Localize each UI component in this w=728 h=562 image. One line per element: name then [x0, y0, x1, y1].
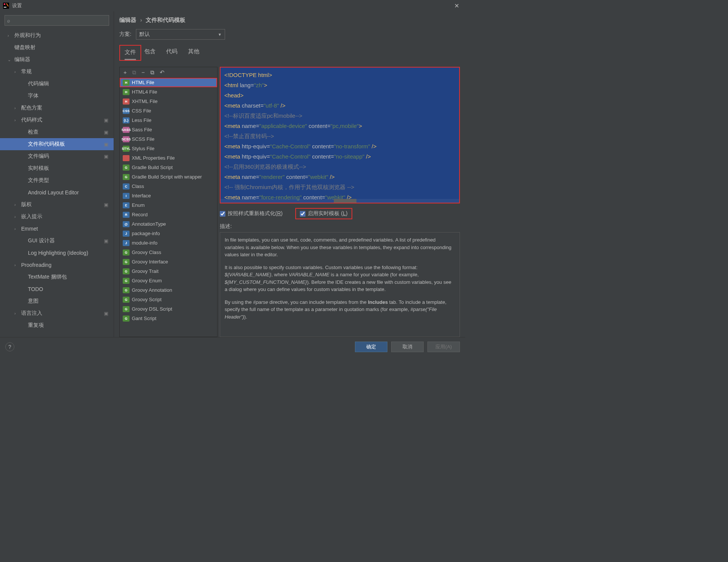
template-file-item[interactable]: Jpackage-info [120, 229, 217, 238]
settings-sidebar: ⌕ ›外观和行为键盘映射⌄编辑器›常规代码编辑字体›配色方案›代码样式▣检查▣文… [0, 11, 114, 337]
sidebar-item[interactable]: ›外观和行为 [0, 29, 114, 42]
window-title: 设置 [12, 2, 451, 9]
sidebar-item[interactable]: ›语言注入▣ [0, 307, 114, 319]
template-file-item[interactable]: GGroovy Script [120, 295, 217, 304]
sidebar-item[interactable]: ›版权▣ [0, 199, 114, 211]
copy-button[interactable]: ⧉ [150, 69, 154, 76]
close-icon[interactable]: ✕ [451, 2, 462, 9]
template-file-item[interactable]: HHTML File [120, 78, 217, 87]
sidebar-item[interactable]: ›常规 [0, 66, 114, 78]
tab-other[interactable]: 其他 [188, 48, 199, 58]
template-file-item[interactable]: EEnum [120, 200, 217, 210]
sidebar-item[interactable]: Log Highlighting (Ideolog) [0, 247, 114, 259]
template-file-item[interactable]: GGroovy DSL Script [120, 304, 217, 314]
template-list-pane: + ⧉ − ⧉ ↶ HHTML FileHHTML4 FileHXHTML Fi… [119, 67, 217, 337]
template-file-item[interactable]: GGroovy Trait [120, 266, 217, 276]
template-toolbar: + ⧉ − ⧉ ↶ [120, 67, 217, 78]
titlebar: 设置 ✕ [0, 0, 465, 11]
template-file-item[interactable]: SASSSass File [120, 125, 217, 134]
sidebar-item[interactable]: 键盘映射 [0, 42, 114, 54]
template-file-item[interactable]: HHTML4 File [120, 87, 217, 97]
template-file-item[interactable]: {L}Less File [120, 115, 217, 125]
template-file-item[interactable]: XML Properties File [120, 153, 217, 163]
template-file-item[interactable]: GGroovy Enum [120, 276, 217, 285]
settings-tree[interactable]: ›外观和行为键盘映射⌄编辑器›常规代码编辑字体›配色方案›代码样式▣检查▣文件和… [0, 28, 114, 337]
svg-rect-1 [4, 3, 5, 5]
template-file-item[interactable]: GGroovy Class [120, 248, 217, 257]
scheme-label: 方案: [119, 31, 131, 38]
reformat-checkbox[interactable]: 按照样式重新格式化(R) [220, 210, 282, 217]
undo-button[interactable]: ↶ [160, 69, 165, 76]
template-file-item[interactable]: Jmodule-info [120, 238, 217, 248]
copy-disabled-button: ⧉ [132, 69, 136, 76]
description-box[interactable]: In file templates, you can use text, cod… [220, 232, 460, 337]
template-file-item[interactable]: SCSSSCSS File [120, 134, 217, 144]
sidebar-item[interactable]: 字体 [0, 90, 114, 102]
sidebar-item[interactable]: 重复项 [0, 319, 114, 331]
template-file-item[interactable]: CSSCSS File [120, 106, 217, 115]
description-label: 描述: [220, 223, 460, 230]
tab-files[interactable]: 文件 [125, 49, 136, 60]
add-button[interactable]: + [123, 69, 127, 75]
remove-button[interactable]: − [142, 69, 145, 75]
sidebar-item[interactable]: ⌄编辑器 [0, 54, 114, 66]
sidebar-item[interactable]: 文件类型 [0, 174, 114, 186]
ok-button[interactable]: 确定 [355, 342, 387, 352]
template-file-item[interactable]: GGradle Build Script with wrapper [120, 172, 217, 182]
cancel-button[interactable]: 取消 [391, 342, 424, 352]
sidebar-item[interactable]: TODO [0, 283, 114, 295]
template-file-item[interactable]: CClass [120, 182, 217, 191]
sidebar-item[interactable]: ›代码样式▣ [0, 114, 114, 126]
template-file-item[interactable]: GGradle Build Script [120, 163, 217, 172]
template-file-item[interactable]: GGroovy Interface [120, 257, 217, 266]
template-file-item[interactable]: GGant Script [120, 314, 217, 323]
sidebar-item[interactable]: 代码编辑 [0, 78, 114, 90]
sidebar-item[interactable]: Android Layout Editor [0, 186, 114, 199]
sidebar-item[interactable]: GUI 设计器▣ [0, 235, 114, 247]
apply-button: 应用(A) [427, 342, 460, 352]
search-icon: ⌕ [7, 18, 10, 23]
sidebar-item[interactable]: 实时模板 [0, 162, 114, 174]
template-file-list[interactable]: HHTML FileHHTML4 FileHXHTML FileCSSCSS F… [120, 78, 217, 337]
sidebar-item[interactable]: 意图 [0, 295, 114, 307]
chevron-down-icon: ▼ [218, 32, 222, 37]
help-button[interactable]: ? [5, 342, 14, 351]
sidebar-item[interactable]: ›配色方案 [0, 102, 114, 114]
app-icon [3, 3, 9, 9]
sidebar-item[interactable]: ›嵌入提示 [0, 211, 114, 223]
search-input[interactable]: ⌕ [5, 15, 109, 26]
sidebar-item[interactable]: ›Proofreading [0, 259, 114, 271]
breadcrumb: 编辑器 › 文件和代码模板 [119, 17, 460, 24]
sidebar-item[interactable]: 检查▣ [0, 126, 114, 138]
scheme-select[interactable]: 默认 ▼ [136, 29, 225, 40]
svg-rect-2 [4, 7, 6, 8]
live-template-checkbox[interactable]: 启用实时模板 (L) [295, 208, 352, 219]
sidebar-item[interactable]: 文件和代码模板▣ [0, 138, 114, 150]
template-file-item[interactable]: STYLStylus File [120, 144, 217, 153]
dialog-footer: ? 确定 取消 应用(A) [0, 337, 465, 356]
tab-includes[interactable]: 包含 [144, 48, 156, 58]
template-file-item[interactable]: RRecord [120, 210, 217, 219]
tab-code[interactable]: 代码 [166, 48, 177, 58]
template-file-item[interactable]: GGroovy Annotation [120, 285, 217, 295]
template-code-editor[interactable]: <!DOCTYPE html><html lang="zh"><head> <m… [220, 67, 460, 203]
template-file-item[interactable]: @AnnotationType [120, 219, 217, 229]
sidebar-item[interactable]: ›Emmet [0, 223, 114, 235]
template-file-item[interactable]: HXHTML File [120, 97, 217, 106]
sidebar-item[interactable]: 文件编码▣ [0, 150, 114, 162]
sidebar-item[interactable]: TextMate 捆绑包 [0, 271, 114, 283]
template-file-item[interactable]: IInterface [120, 191, 217, 200]
